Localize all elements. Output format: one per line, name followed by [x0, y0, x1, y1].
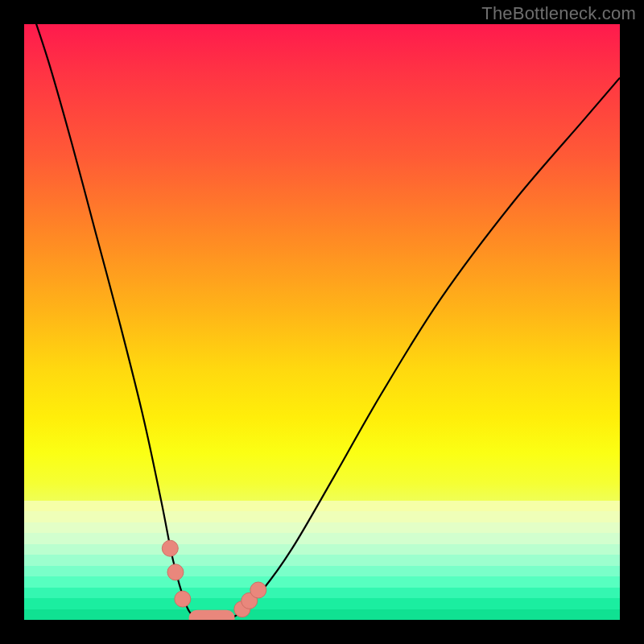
marker-dot	[175, 591, 191, 607]
marker-dot	[162, 540, 178, 556]
chart-frame: TheBottleneck.com	[0, 0, 644, 644]
curve-markers	[162, 540, 266, 618]
plot-area	[24, 24, 620, 620]
marker-dot	[250, 582, 266, 598]
bottleneck-curve	[24, 24, 620, 620]
watermark-text: TheBottleneck.com	[481, 3, 636, 24]
curve-layer	[24, 24, 620, 620]
marker-dot	[167, 564, 184, 580]
